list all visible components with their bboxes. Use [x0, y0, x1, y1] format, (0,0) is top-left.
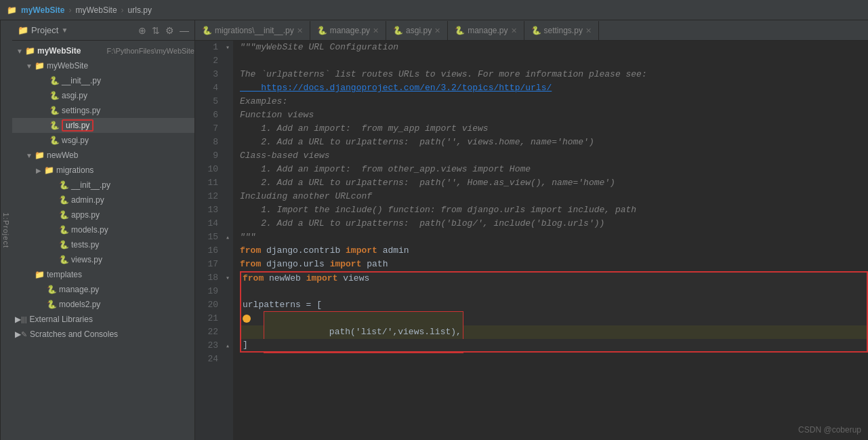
tabs-bar: 🐍 migrations\__init__.py ✕ 🐍 manage.py ✕…: [195, 20, 868, 41]
code-line-18: from newWeb import views: [240, 271, 868, 285]
tab-icon-asgi: 🐍: [393, 26, 403, 35]
breadcrumb-item-2[interactable]: myWebSite: [75, 5, 117, 15]
code-line-2: [240, 54, 868, 68]
label-apps: apps.py: [71, 210, 194, 220]
line-numbers: 1 2 3 4 5 6 7 8 9 10 11 12 13 14 15 16 1…: [195, 41, 222, 440]
code-content[interactable]: """myWebSite URL Configuration The `urlp…: [233, 41, 868, 440]
code-text-16b: admin: [377, 244, 409, 258]
side-label-text: 1:Project: [3, 212, 11, 247]
gutter: ▾ ▴ ▾: [222, 41, 233, 440]
tree-item-newweb-init[interactable]: 🐍 __init__.py: [12, 178, 194, 193]
tab-label-asgi: asgi.py: [406, 26, 432, 35]
tree-item-views[interactable]: 🐍 views.py: [12, 252, 194, 267]
label-mywebsite-root: myWebSite: [37, 46, 104, 56]
tree-item-tests[interactable]: 🐍 tests.py: [12, 237, 194, 252]
code-text-15: """: [240, 231, 255, 244]
tree-item-settings[interactable]: 🐍 settings.py: [12, 103, 194, 118]
breadcrumb-item-3[interactable]: urls.py: [128, 5, 152, 15]
label-settings: settings.py: [62, 106, 194, 115]
fold-icon-23[interactable]: ▴: [226, 342, 230, 350]
tab-migrations[interactable]: 🐍 migrations\__init__.py ✕: [195, 21, 310, 40]
code-keyword-from-17: from: [240, 258, 261, 271]
folder-icon-templates: 📁: [34, 270, 45, 279]
tab-manage2[interactable]: 🐍 manage.py ✕: [448, 21, 524, 40]
tree-item-mywebsite-sub[interactable]: ▼ 📁 myWebSite: [12, 58, 194, 73]
label-mywebsite-sub: myWebSite: [47, 61, 194, 71]
tree-item-mywebsite-root[interactable]: ▼ 📁 myWebSite F:\PythonFiles\myWebSite: [12, 43, 194, 58]
code-editor[interactable]: 1 2 3 4 5 6 7 8 9 10 11 12 13 14 15 16 1…: [195, 41, 868, 440]
py-icon-models: 🐍: [58, 225, 69, 235]
code-keyword-from-18: from: [243, 272, 264, 285]
tree-item-models2[interactable]: 🐍 models2.py: [12, 297, 194, 312]
section-ext-libraries[interactable]: ▶ ||| External Libraries: [12, 312, 194, 327]
code-text-13: 1. Import the include() function: from d…: [240, 203, 636, 217]
settings-icon[interactable]: ⚙: [165, 25, 174, 36]
side-panel-label[interactable]: 1:Project: [0, 20, 12, 440]
tab-asgi[interactable]: 🐍 asgi.py ✕: [386, 21, 448, 40]
label-wsgi: wsgi.py: [62, 136, 194, 145]
tab-close-manage2[interactable]: ✕: [511, 26, 517, 35]
code-text-8: 2. Add a URL to urlpatterns: path('', vi…: [240, 136, 594, 149]
py-icon-settings: 🐍: [49, 106, 60, 115]
label-models: models.py: [71, 225, 194, 235]
code-text-19: [243, 285, 248, 298]
tree-item-init[interactable]: 🐍 __init__.py: [12, 73, 194, 88]
label-scratches: Scratches and Consoles: [30, 329, 118, 339]
tree-item-asgi[interactable]: 🐍 asgi.py: [12, 88, 194, 103]
py-icon-tests: 🐍: [58, 240, 69, 249]
label-tests: tests.py: [71, 240, 194, 249]
tab-icon-settings: 🐍: [531, 26, 541, 35]
section-scratches[interactable]: ▶ ✎ Scratches and Consoles: [12, 327, 194, 342]
breadcrumb-item-1[interactable]: myWebSite: [21, 5, 64, 15]
fold-icon-1[interactable]: ▾: [226, 43, 230, 52]
tab-settings[interactable]: 🐍 settings.py ✕: [524, 21, 599, 40]
py-icon-manage: 🐍: [46, 285, 57, 294]
arrow-mywebsite-root: ▼: [15, 47, 24, 55]
panel-title-group: 📁 Project ▼: [18, 25, 68, 35]
editor-area: 🐍 migrations\__init__.py ✕ 🐍 manage.py ✕…: [195, 20, 868, 440]
code-text-3: The `urlpatterns` list routes URLs to vi…: [240, 68, 647, 81]
tree-item-admin[interactable]: 🐍 admin.py: [12, 193, 194, 207]
tree-item-wsgi[interactable]: 🐍 wsgi.py: [12, 133, 194, 148]
code-text-23: ]: [243, 338, 248, 352]
tree-item-templates[interactable]: 📁 templates: [12, 267, 194, 282]
tree-item-migrations[interactable]: ▶ 📁 migrations: [12, 163, 194, 178]
code-text-2: [240, 54, 245, 68]
code-line-6: Function views: [240, 108, 868, 122]
tab-close-asgi[interactable]: ✕: [434, 26, 440, 35]
tab-label-migrations: migrations\__init__.py: [215, 26, 294, 35]
code-line-23: ]: [240, 339, 868, 353]
minimize-icon[interactable]: —: [180, 25, 189, 36]
folder-icon-mywebsite-sub: 📁: [34, 61, 45, 71]
tab-label-manage2: manage.py: [468, 26, 508, 35]
add-icon[interactable]: ⊕: [138, 25, 146, 36]
panel-dropdown-arrow[interactable]: ▼: [61, 26, 68, 34]
panel-folder-icon: 📁: [18, 25, 28, 35]
tab-manage1[interactable]: 🐍 manage.py ✕: [310, 21, 386, 40]
code-text-17a: django.urls: [261, 258, 329, 271]
tree-item-newweb[interactable]: ▼ 📁 newWeb: [12, 148, 194, 163]
collapse-icon[interactable]: ⇅: [152, 25, 160, 36]
code-line-8: 2. Add a URL to urlpatterns: path('', vi…: [240, 136, 868, 149]
code-text-5: Examples:: [240, 95, 287, 108]
code-text-10: 1. Add an import: from other_app.views i…: [240, 163, 531, 176]
tab-close-migrations[interactable]: ✕: [297, 26, 303, 35]
tab-close-manage1[interactable]: ✕: [373, 26, 379, 35]
tree-item-models[interactable]: 🐍 models.py: [12, 222, 194, 237]
fold-icon-18[interactable]: ▾: [226, 274, 230, 282]
tree-item-urls[interactable]: 🐍 urls.py: [12, 118, 194, 133]
tree-item-manage[interactable]: 🐍 manage.py: [12, 282, 194, 297]
label-templates: templates: [47, 270, 194, 279]
code-line-11: 2. Add a URL to urlpatterns: path('', Ho…: [240, 176, 868, 190]
code-line-17: from django.urls import path: [240, 258, 868, 271]
scratches-icon: ✎: [21, 330, 27, 339]
code-text-1: """myWebSite URL Configuration: [240, 41, 398, 54]
tab-close-settings[interactable]: ✕: [585, 26, 592, 35]
tree-item-apps[interactable]: 🐍 apps.py: [12, 207, 194, 222]
fold-icon-15[interactable]: ▴: [226, 233, 230, 241]
py-icon-init: 🐍: [49, 76, 60, 85]
main-container: 1:Project 📁 Project ▼ ⊕ ⇅ ⚙ — ▼ 📁 myWebS…: [0, 20, 868, 440]
py-icon-asgi: 🐍: [49, 91, 60, 100]
file-tree: ▼ 📁 myWebSite F:\PythonFiles\myWebSite ▼…: [12, 41, 194, 440]
code-line-5: Examples:: [240, 95, 868, 108]
